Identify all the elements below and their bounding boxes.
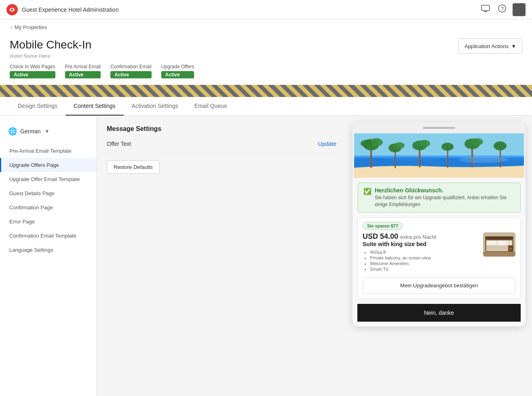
offer-amenities: 450sq.ft Private balcony, an ocean view … bbox=[363, 250, 479, 272]
restore-defaults-button[interactable]: Restore Defaults bbox=[107, 160, 160, 174]
breadcrumb[interactable]: ↑ My Properties bbox=[0, 19, 532, 35]
amenity-3: Smart TV bbox=[370, 267, 479, 272]
svg-rect-3 bbox=[481, 5, 490, 11]
svg-point-23 bbox=[471, 138, 483, 145]
pre-arrival-badge: Active bbox=[65, 71, 101, 78]
breadcrumb-label: My Properties bbox=[15, 24, 47, 30]
price-extra: extra pro Nacht bbox=[400, 234, 436, 240]
hero-banner bbox=[0, 85, 532, 97]
tab-content[interactable]: Content Settings bbox=[65, 97, 124, 116]
app-actions-button[interactable]: Application Actions ▼ bbox=[458, 38, 522, 54]
success-banner: ✅ Herzlichen Glückwunsch. Sie haben sich… bbox=[357, 183, 521, 213]
svg-rect-34 bbox=[483, 252, 515, 257]
svg-point-36 bbox=[510, 248, 511, 249]
status-group-checkin: Check In Web Pages Active bbox=[10, 64, 55, 78]
svg-point-18 bbox=[419, 140, 430, 147]
amenity-1: Private balcony, an ocean view bbox=[370, 255, 479, 260]
room-name: Suite with king size bed bbox=[363, 241, 479, 247]
tab-design[interactable]: Design Settings bbox=[10, 97, 65, 116]
tab-email-queue[interactable]: Email Queue bbox=[186, 97, 235, 116]
svg-text:?: ? bbox=[500, 6, 503, 12]
phone-content: ✅ Herzlichen Glückwunsch. Sie haben sich… bbox=[353, 178, 526, 326]
page-header: Mobile Check-In Hotel Name Here Check In… bbox=[0, 35, 532, 85]
language-selector[interactable]: 🌐 German ▼ bbox=[0, 124, 97, 144]
offer-text-block: USD 54.00 extra pro Nacht Suite with kin… bbox=[363, 232, 479, 272]
page: ↑ My Properties Mobile Check-In Hotel Na… bbox=[0, 19, 532, 396]
breadcrumb-arrow: ↑ bbox=[10, 25, 12, 30]
success-title: Herzlichen Glückwunsch. bbox=[375, 187, 515, 194]
offer-details: USD 54.00 extra pro Nacht Suite with kin… bbox=[358, 232, 520, 277]
sidebar-item-language[interactable]: Language Settings bbox=[0, 243, 97, 257]
pre-arrival-label: Pre Arrival Email bbox=[65, 64, 101, 70]
svg-point-2 bbox=[11, 8, 13, 11]
chevron-down-icon: ▼ bbox=[45, 128, 50, 134]
confirm-btn-wrapper: Mein Upgradeangebot bestätigen bbox=[358, 277, 520, 299]
checkin-badge: Active bbox=[10, 71, 55, 78]
preview-panel: ✅ Herzlichen Glückwunsch. Sie haben sich… bbox=[346, 116, 532, 396]
upgrade-badge: Active bbox=[161, 71, 194, 78]
phone-hero-image bbox=[353, 133, 526, 178]
user-avatar[interactable] bbox=[513, 3, 526, 16]
sidebar-item-upgrade-email[interactable]: Upgrade Offer Email Template bbox=[0, 172, 97, 186]
globe-icon: 🌐 bbox=[8, 127, 17, 136]
app-logo bbox=[6, 4, 18, 15]
sidebar-nav: Pre-Arrival Email Template Upgrade Offer… bbox=[0, 144, 97, 257]
svg-rect-32 bbox=[498, 240, 507, 245]
confirmation-badge: Active bbox=[110, 71, 151, 78]
svg-point-11 bbox=[370, 138, 383, 146]
tab-activation[interactable]: Activation Settings bbox=[124, 97, 186, 116]
message-settings-title: Message Settings bbox=[107, 125, 336, 133]
svg-point-25 bbox=[494, 141, 507, 150]
top-bar-right: ? bbox=[479, 3, 526, 16]
amenity-2: Welcome Amenities bbox=[370, 261, 479, 266]
tabs: Design Settings Content Settings Activat… bbox=[0, 97, 532, 116]
decline-button[interactable]: Nein, danke bbox=[357, 304, 521, 322]
phone-top-bar bbox=[353, 122, 526, 133]
page-title: Mobile Check-In bbox=[10, 38, 194, 51]
price-main: USD 54.00 bbox=[363, 232, 398, 240]
status-group-confirmation: Confirmation Email Active bbox=[110, 64, 151, 78]
restore-defaults-row: Restore Defaults bbox=[107, 160, 336, 174]
settings-offer-text-row: Offer Text Update bbox=[107, 141, 336, 154]
top-bar: Guest Experience Hotel Administration ? bbox=[0, 0, 532, 19]
phone-mockup: ✅ Herzlichen Glückwunsch. Sie haben sich… bbox=[353, 122, 526, 326]
status-group-pre-arrival: Pre Arrival Email Active bbox=[65, 64, 101, 78]
main-content: 🌐 German ▼ Pre-Arrival Email Template Up… bbox=[0, 116, 532, 396]
settings-content: Message Settings Offer Text Update Resto… bbox=[97, 116, 346, 396]
success-body: Sie haben sich für ein Upgrade qualifizi… bbox=[375, 194, 515, 208]
savings-badge: Sie sparen $77 bbox=[363, 222, 403, 230]
confirmation-label: Confirmation Email bbox=[110, 64, 151, 70]
sidebar-item-confirmation[interactable]: Confirmation Page bbox=[0, 200, 97, 215]
monitor-icon[interactable] bbox=[479, 3, 492, 16]
sidebar-item-error[interactable]: Error Page bbox=[0, 215, 97, 229]
success-text-block: Herzlichen Glückwunsch. Sie haben sich f… bbox=[375, 187, 515, 208]
svg-point-15 bbox=[394, 142, 405, 149]
upgrade-label: Upgrade Offers bbox=[161, 64, 194, 70]
sidebar-item-confirmation-email[interactable]: Confirmation Email Template bbox=[0, 229, 97, 243]
app-actions-chevron: ▼ bbox=[511, 43, 516, 49]
room-image bbox=[483, 232, 515, 257]
svg-rect-28 bbox=[485, 236, 513, 240]
svg-point-26 bbox=[459, 156, 508, 163]
page-header-left: Mobile Check-In Hotel Name Here Check In… bbox=[10, 38, 194, 78]
offer-text-label: Offer Text bbox=[107, 141, 131, 147]
checkin-label: Check In Web Pages bbox=[10, 64, 55, 70]
offer-card: Sie sparen $77 USD 54.00 extra pro Nacht… bbox=[357, 217, 521, 299]
help-icon[interactable]: ? bbox=[496, 3, 508, 16]
confirm-offer-button[interactable]: Mein Upgradeangebot bestätigen bbox=[363, 277, 515, 294]
svg-point-20 bbox=[441, 143, 454, 151]
svg-point-12 bbox=[361, 140, 372, 147]
app-title: Guest Experience Hotel Administration bbox=[22, 6, 119, 13]
page-subtitle: Hotel Name Here bbox=[10, 53, 194, 59]
status-group-upgrade: Upgrade Offers Active bbox=[161, 64, 194, 78]
top-bar-left: Guest Experience Hotel Administration bbox=[6, 4, 119, 15]
svg-rect-31 bbox=[487, 240, 496, 245]
sidebar-item-pre-arrival[interactable]: Pre-Arrival Email Template bbox=[0, 144, 97, 158]
amenity-0: 450sq.ft bbox=[370, 250, 479, 255]
language-text: German bbox=[20, 128, 41, 135]
update-link[interactable]: Update bbox=[318, 141, 336, 147]
sidebar-item-upgrade-offers[interactable]: Upgrade Offers Page bbox=[0, 158, 97, 172]
sidebar: 🌐 German ▼ Pre-Arrival Email Template Up… bbox=[0, 116, 97, 396]
success-icon: ✅ bbox=[363, 187, 372, 195]
sidebar-item-guest-details[interactable]: Guest Details Page bbox=[0, 186, 97, 200]
